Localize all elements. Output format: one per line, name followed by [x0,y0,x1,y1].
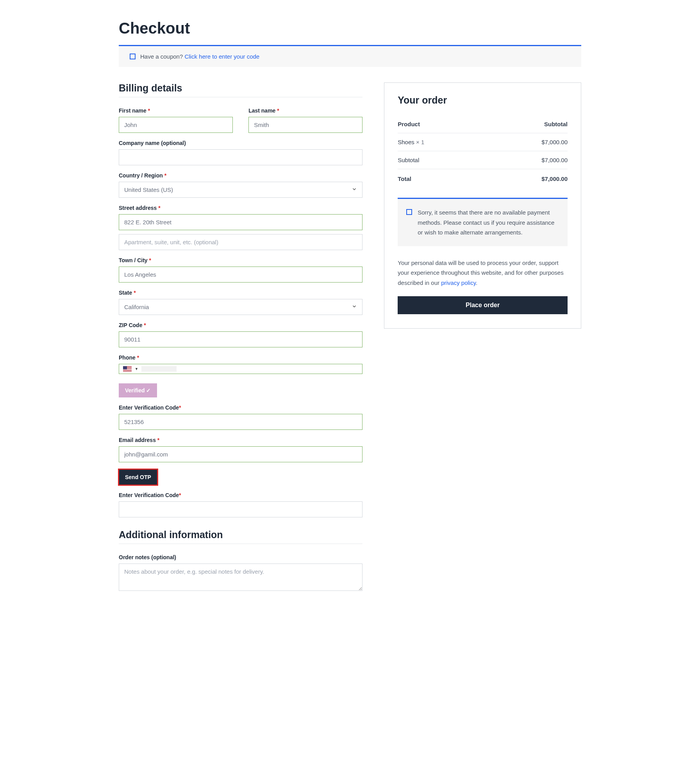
order-notes-label: Order notes (optional) [119,554,362,560]
order-item-qty: × 1 [416,139,424,145]
zip-label: ZIP Code * [119,322,362,328]
state-label: State * [119,290,362,296]
box-icon [406,209,412,215]
city-input[interactable] [119,267,362,283]
divider [119,544,362,544]
order-summary-panel: Your order Product Subtotal Shoes × 1 $7… [384,82,581,329]
box-icon [130,54,136,59]
subtotal-label: Subtotal [398,157,419,163]
us-flag-icon [123,366,132,372]
street-input-2[interactable] [119,234,362,250]
verification-code-2-label: Enter Verification Code* [119,492,362,498]
company-input[interactable] [119,149,362,165]
billing-heading: Billing details [119,82,362,94]
total-row: Total $7,000.00 [398,169,568,188]
last-name-label: Last name * [248,107,362,114]
verification-code-input[interactable] [119,414,362,430]
no-payment-notice: Sorry, it seems that there are no availa… [398,198,568,246]
order-item-price: $7,000.00 [541,139,568,145]
company-label: Company name (optional) [119,140,362,146]
country-select[interactable] [119,182,362,198]
privacy-text: Your personal data will be used to proce… [398,258,568,288]
coupon-notice: Have a coupon? Click here to enter your … [119,45,581,67]
verification-code-2-input[interactable] [119,501,362,517]
first-name-label: First name * [119,107,233,114]
coupon-prompt: Have a coupon? [140,53,183,60]
phone-number-masked [141,366,177,372]
verification-code-label: Enter Verification Code* [119,404,362,411]
subtotal-value: $7,000.00 [541,157,568,163]
table-header: Product Subtotal [398,115,568,133]
page-title: Checkout [119,20,581,37]
divider [119,97,362,97]
no-payment-text: Sorry, it seems that there are no availa… [418,208,558,238]
phone-label: Phone * [119,354,362,361]
chevron-down-icon[interactable]: ▼ [135,367,138,371]
place-order-button[interactable]: Place order [398,296,568,314]
order-notes-textarea[interactable] [119,564,362,591]
order-item-name: Shoes [398,139,414,145]
verified-badge: Verified ✓ [119,383,157,397]
first-name-input[interactable] [119,117,233,133]
coupon-link[interactable]: Click here to enter your code [184,53,259,60]
street-label: Street address * [119,205,362,211]
subtotal-row: Subtotal $7,000.00 [398,151,568,169]
privacy-policy-link[interactable]: privacy policy [441,279,476,286]
additional-heading: Additional information [119,529,362,540]
country-label: Country / Region * [119,172,362,179]
street-input-1[interactable] [119,214,362,230]
total-value: $7,000.00 [541,175,568,182]
zip-input[interactable] [119,331,362,347]
last-name-input[interactable] [248,117,362,133]
order-heading: Your order [398,95,568,106]
email-input[interactable] [119,446,362,462]
state-select[interactable] [119,299,362,315]
send-otp-button[interactable]: Send OTP [119,469,157,485]
email-label: Email address * [119,437,362,443]
product-col-header: Product [398,121,420,127]
subtotal-col-header: Subtotal [544,121,568,127]
phone-input[interactable]: ▼ [119,364,362,374]
total-label: Total [398,175,411,182]
city-label: Town / City * [119,257,362,263]
order-item-row: Shoes × 1 $7,000.00 [398,133,568,151]
